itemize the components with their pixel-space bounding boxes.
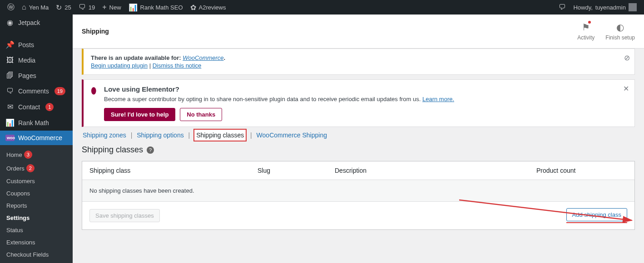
add-shipping-class-button[interactable]: Add shipping class (566, 208, 627, 221)
sidebar-item-contact[interactable]: ✉Contact1 (0, 99, 73, 115)
jetpack-icon: ◉ (5, 18, 15, 27)
comments-count: 19 (89, 4, 95, 11)
sidebar-item-pages[interactable]: 🗐Pages (0, 68, 73, 83)
dismiss-notice-button[interactable]: ⊘ (624, 54, 630, 62)
woocommerce-submenu: Home3 Orders2 Customers Coupons Reports … (0, 145, 73, 263)
site-name-label: Yen Ma (29, 4, 49, 11)
submenu-label: Home (6, 151, 22, 158)
sidebar-label: Contact (18, 103, 40, 111)
page-icon: 🗐 (5, 72, 15, 80)
sidebar-label: Pages (18, 72, 36, 79)
submenu-checkout-fields[interactable]: Checkout Fields (0, 248, 73, 261)
howdy-label: Howdy, (573, 4, 592, 11)
progress-icon: ◐ (616, 22, 624, 33)
a2reviews[interactable]: ✿A2reviews (187, 0, 230, 15)
flag-icon: ⚑ (582, 22, 590, 33)
submenu-label: Customers (6, 178, 35, 185)
submenu-customers[interactable]: Customers (0, 175, 73, 187)
sidebar-label: Comments (18, 88, 49, 95)
new-content[interactable]: +New (99, 0, 124, 15)
optin-yes-button[interactable]: Sure! I'd love to help (104, 108, 175, 121)
tab-shipping-classes[interactable]: Shipping classes (193, 129, 247, 141)
dismiss-notice-link[interactable]: Dismiss this notice (153, 62, 202, 69)
submenu-label: Extensions (6, 239, 35, 246)
submenu-label: Reports (6, 202, 27, 209)
col-slug: Slug (258, 167, 335, 174)
submenu-reports[interactable]: Reports (0, 200, 73, 212)
my-account[interactable]: Howdy, tuyenadmin (570, 0, 640, 15)
tab-shipping-options[interactable]: Shipping options (137, 132, 184, 139)
submenu-settings[interactable]: Settings (0, 212, 73, 224)
a2reviews-label: A2reviews (199, 4, 226, 11)
comment-icon: 🗨 (79, 3, 86, 11)
elementor-body-text: Become a super contributor by opting in … (104, 96, 421, 102)
woocommerce-link[interactable]: WooCommerce (183, 54, 223, 61)
update-icon: ↻ (56, 3, 62, 12)
page-header: Shipping ⚑ Activity ◐ Finish setup (73, 15, 644, 49)
sidebar-label: Posts (18, 41, 34, 49)
admin-bar: ⓦ ⌂Yen Ma ↻25 🗨19 +New 📊Rank Math SEO ✿A… (0, 0, 644, 15)
home-icon: ⌂ (22, 3, 26, 11)
submenu-coupons[interactable]: Coupons (0, 187, 73, 200)
submenu-label: Coupons (6, 190, 30, 197)
update-notice: ⊘ There is an update available for: WooC… (82, 49, 635, 75)
user-name: tuyenadmin (595, 4, 626, 11)
contact-badge: 1 (45, 103, 54, 111)
wp-logo[interactable]: ⓦ (4, 0, 18, 15)
update-text: There is an update available for: (91, 54, 181, 61)
activity-button[interactable]: ⚑ Activity (577, 22, 594, 41)
begin-update-link[interactable]: Begin updating plugin (91, 62, 148, 69)
optin-no-button[interactable]: No thanks (180, 108, 222, 121)
notifications[interactable]: 🗩 (555, 0, 570, 15)
section-heading: Shipping classes ? (82, 145, 635, 155)
avatar (629, 3, 637, 11)
help-icon[interactable]: ? (147, 146, 154, 154)
shipping-classes-table: Shipping class Slug Description Product … (82, 161, 635, 230)
page-title: Shipping (82, 28, 109, 35)
close-icon[interactable]: ✕ (623, 84, 629, 93)
sidebar-label: WooCommerce (18, 134, 62, 141)
submenu-status[interactable]: Status (0, 224, 73, 236)
submenu-orders[interactable]: Orders2 (0, 161, 73, 175)
sidebar-item-posts[interactable]: 📌Posts (0, 37, 73, 53)
chart-icon: 📊 (129, 3, 138, 12)
sidebar-item-jetpack[interactable]: ◉Jetpack (0, 15, 73, 30)
content-area: Shipping ⚑ Activity ◐ Finish setup ⊘ The… (73, 15, 644, 263)
site-name[interactable]: ⌂Yen Ma (18, 0, 52, 15)
submenu-label: Checkout Fields (6, 251, 49, 258)
rank-math-seo[interactable]: 📊Rank Math SEO (125, 0, 187, 15)
sidebar-label: Media (18, 57, 35, 64)
sidebar-item-woocommerce[interactable]: wooWooCommerce (0, 131, 73, 145)
elementor-icon: ⬮ (91, 85, 97, 121)
home-badge: 3 (24, 151, 32, 159)
plus-icon: + (102, 3, 106, 11)
sidebar-item-rankmath[interactable]: 📊Rank Math (0, 115, 73, 131)
wordpress-icon: ⓦ (7, 3, 15, 12)
table-footer: Save shipping classes Add shipping class (82, 202, 634, 229)
tab-shipping-zones[interactable]: Shipping zones (83, 132, 126, 139)
gear-icon: ✿ (190, 3, 196, 12)
submenu-extensions[interactable]: Extensions (0, 236, 73, 248)
media-icon: 🖾 (5, 56, 15, 64)
finish-setup-label: Finish setup (605, 34, 635, 41)
chart-icon: 📊 (5, 118, 15, 127)
sidebar-item-comments[interactable]: 🗨Comments19 (0, 83, 73, 99)
learn-more-link[interactable]: Learn more. (422, 96, 454, 102)
table-header: Shipping class Slug Description Product … (82, 161, 634, 180)
pin-icon: 📌 (5, 40, 15, 49)
comments-badge: 19 (54, 87, 65, 95)
table-empty-row: No shipping classes have been created. (82, 180, 634, 202)
activity-label: Activity (577, 34, 594, 41)
bell-icon: 🗩 (559, 3, 566, 11)
finish-setup-button[interactable]: ◐ Finish setup (605, 22, 635, 41)
mail-icon: ✉ (5, 102, 15, 111)
submenu-home[interactable]: Home3 (0, 148, 73, 161)
updates[interactable]: ↻25 (52, 0, 74, 15)
tab-woocommerce-shipping[interactable]: WooCommerce Shipping (257, 132, 327, 139)
updates-count: 25 (64, 4, 71, 11)
submenu-label: Settings (6, 214, 30, 221)
admin-sidebar: ◉Jetpack 📌Posts 🖾Media 🗐Pages 🗨Comments1… (0, 15, 73, 263)
elementor-title: Love using Elementor? (104, 85, 454, 93)
sidebar-item-media[interactable]: 🖾Media (0, 53, 73, 68)
comments-link[interactable]: 🗨19 (75, 0, 99, 15)
